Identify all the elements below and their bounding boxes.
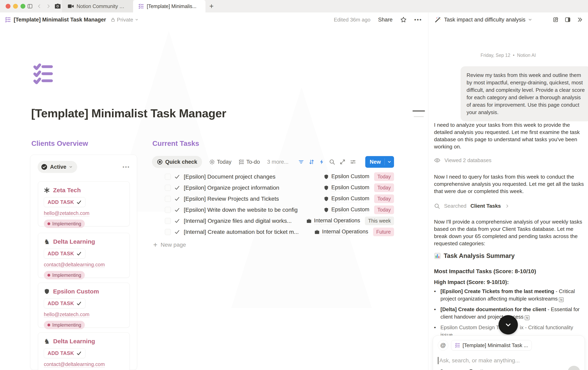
auto-mode-label[interactable]: Auto (449, 369, 460, 370)
task-title[interactable]: [Epsilon] Review Projects and Tickets (184, 195, 319, 202)
close-window-icon[interactable] (6, 4, 10, 9)
settings-sliders-icon[interactable] (350, 159, 356, 165)
client-name[interactable]: Delta Learning (53, 338, 95, 345)
filter-icon[interactable] (298, 159, 304, 165)
knight-icon: ♞ (44, 338, 50, 344)
ai-tool-call-searched[interactable]: Searched Client Tasks (434, 203, 509, 209)
client-relation[interactable]: Epsilon Custom (324, 206, 369, 213)
add-task-button[interactable]: ADD TASK (44, 348, 85, 358)
new-chat-compose-icon[interactable] (553, 17, 559, 23)
status-badge: Implementing (44, 220, 85, 228)
new-page-button[interactable]: + New page (153, 241, 186, 249)
forward-icon[interactable] (44, 0, 53, 12)
new-tab-button[interactable]: + (205, 0, 218, 12)
add-task-button[interactable]: ADD TASK (44, 249, 85, 258)
task-checkbox[interactable] (165, 185, 171, 191)
table-row[interactable]: [Internal] Organize files and digital wo… (152, 215, 394, 226)
task-checkbox[interactable] (165, 229, 171, 235)
task-checkbox[interactable] (165, 174, 171, 180)
automation-bolt-icon[interactable] (319, 159, 325, 165)
new-page-label: New page (161, 242, 186, 248)
view-tab-todo[interactable]: To-do (239, 159, 260, 165)
tab-minimalist-task-manager[interactable]: [Template] Minimalis... (133, 0, 205, 12)
new-task-button[interactable]: New (365, 156, 394, 168)
client-name[interactable]: Zeta Tech (53, 187, 81, 194)
add-task-button[interactable]: ADD TASK (44, 298, 85, 308)
table-row[interactable]: [Epsilon] Review Projects and Tickets Ep… (152, 193, 394, 204)
collapse-double-chevron-icon[interactable] (577, 17, 583, 23)
task-title[interactable]: [Internal] Organize files and digital wo… (184, 217, 302, 224)
task-checkbox[interactable] (165, 196, 171, 202)
task-checkbox[interactable] (165, 218, 171, 224)
task-title[interactable]: [Epsilon] Write down the website to be c… (184, 206, 319, 213)
favorite-star-icon[interactable] (400, 16, 407, 23)
active-filter-chip[interactable]: Active (38, 161, 77, 173)
page-checklist-icon[interactable] (32, 62, 56, 85)
client-card[interactable]: Zeta Tech ADD TASK hello@zetatech.com Im… (38, 181, 130, 226)
client-email-link[interactable]: hello@zetatech.com (44, 210, 89, 216)
client-relation[interactable]: Epsilon Custom (324, 195, 369, 202)
zoom-window-icon[interactable] (21, 4, 25, 9)
sun-icon (209, 159, 215, 165)
chevron-down-icon[interactable] (385, 160, 394, 164)
task-title[interactable]: [Epsilon] Document project changes (184, 173, 319, 180)
client-email-link[interactable]: contact@deltalearning.com (44, 361, 105, 367)
client-card[interactable]: ♞ Delta Learning ADD TASK contact@deltal… (38, 332, 130, 370)
client-relation[interactable]: Epsilon Custom (324, 185, 369, 191)
privacy-selector[interactable]: Private (111, 17, 138, 23)
ai-prompt-input[interactable]: Ask, search, or make anything... (438, 357, 580, 364)
client-email-link[interactable]: contact@deltalearning.com (44, 262, 105, 268)
view-tab-quick-check[interactable]: Quick check (152, 156, 202, 168)
chat-date: Friday, Sep 12 (481, 53, 510, 58)
send-button[interactable] (568, 366, 580, 370)
notion-page-link-icon[interactable]: N (559, 297, 564, 302)
view-tab-more[interactable]: 3 more... (267, 159, 289, 165)
table-row[interactable]: [Internal] Create automation bot for tic… (152, 226, 394, 237)
sidebar-toggle-icon[interactable] (25, 0, 35, 12)
all-sources-selector[interactable]: All sources (468, 369, 506, 370)
client-relation[interactable]: Internal Operations (315, 229, 368, 236)
minimize-window-icon[interactable] (13, 4, 18, 9)
client-email-link[interactable]: hello@zetatech.com (44, 312, 89, 318)
shield-icon (324, 185, 329, 190)
camera-icon[interactable] (53, 0, 62, 12)
breadcrumb[interactable]: [Template] Minimalist Task Manager (5, 17, 106, 23)
scroll-to-bottom-button[interactable] (499, 315, 518, 334)
task-checkbox[interactable] (165, 207, 171, 213)
share-button[interactable]: Share (378, 17, 393, 23)
active-filter-label: Active (50, 164, 66, 170)
panel-right-icon[interactable] (565, 17, 571, 23)
task-title[interactable]: [Internal] Create automation bot for tic… (184, 229, 310, 235)
sort-icon[interactable] (309, 159, 315, 165)
ai-thread-title[interactable]: Task impact and difficulty analysis (444, 17, 525, 23)
client-card[interactable]: Epsilon Custom ADD TASK hello@zetatech.c… (38, 283, 130, 328)
task-title[interactable]: [Epsilon] Organize project information (184, 185, 319, 191)
view-tab-label: Today (217, 159, 231, 165)
high-impact-heading: High Impact (Score: 9-10/10): (434, 279, 509, 286)
more-options-button[interactable]: ••• (414, 17, 422, 23)
ai-tool-call-viewed[interactable]: Viewed 2 databases (434, 157, 492, 164)
chevron-down-icon[interactable] (528, 18, 532, 22)
client-name[interactable]: Delta Learning (53, 238, 95, 245)
view-tab-today[interactable]: Today (209, 159, 231, 165)
back-icon[interactable] (35, 0, 44, 12)
client-relation[interactable]: Epsilon Custom (324, 173, 369, 180)
table-row[interactable]: [Epsilon] Organize project information E… (152, 182, 394, 193)
attachment-paperclip-icon[interactable] (438, 369, 444, 370)
ai-input-card[interactable]: @ [Template] Minimalist Task ... Ask, se… (433, 335, 585, 370)
expand-icon[interactable] (339, 159, 346, 165)
table-row[interactable]: [Epsilon] Document project changes Epsil… (152, 171, 394, 182)
divider-handle[interactable] (412, 111, 425, 112)
add-task-button[interactable]: ADD TASK (44, 197, 85, 207)
search-icon[interactable] (329, 159, 335, 165)
notion-page-link-icon[interactable]: N (525, 315, 529, 320)
mention-button[interactable]: @ (438, 340, 448, 350)
gallery-more-button[interactable]: ••• (123, 164, 130, 170)
context-page-chip[interactable]: [Template] Minimalist Task ... (451, 340, 532, 350)
client-relation[interactable]: Internal Operations (306, 217, 360, 224)
client-card[interactable]: ♞ Delta Learning ADD TASK contact@deltal… (38, 233, 130, 278)
tab-notion-community[interactable]: Notion Community Use (62, 0, 133, 12)
eye-icon (434, 157, 441, 164)
table-row[interactable]: [Epsilon] Write down the website to be c… (152, 204, 394, 215)
client-name[interactable]: Epsilon Custom (53, 288, 99, 295)
